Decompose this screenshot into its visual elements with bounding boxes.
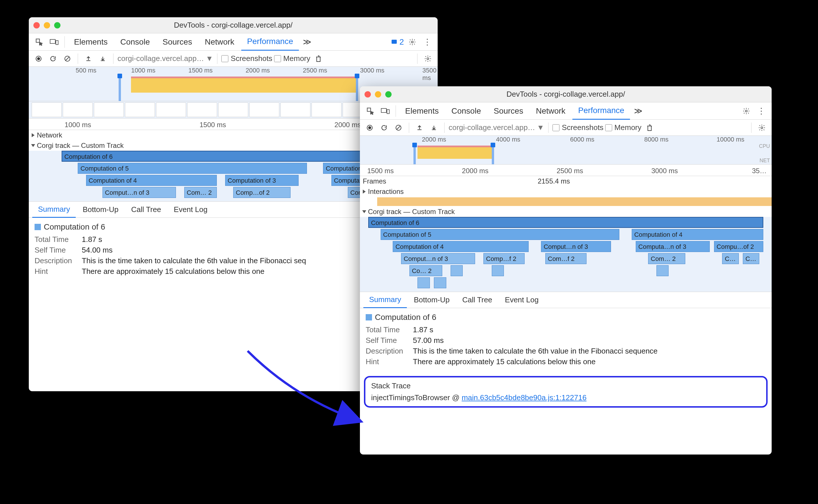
upload-icon[interactable] (413, 121, 426, 134)
range-handle-left[interactable] (119, 74, 121, 101)
summary-panel: Computation of 6 Total Time1.87 s Self T… (360, 308, 772, 373)
clear-icon[interactable] (392, 121, 405, 134)
flame-segment[interactable]: Comput…n of 3 (541, 241, 611, 252)
flame-segment[interactable]: Computation of 5 (78, 163, 307, 174)
reload-icon[interactable] (47, 52, 59, 65)
dtab-bottomup[interactable]: Bottom-Up (77, 202, 124, 218)
flame-segment[interactable] (434, 277, 446, 288)
overview-minimap[interactable]: 2000 ms 4000 ms 6000 ms 8000 ms 10000 ms… (360, 136, 772, 165)
flame-segment[interactable] (492, 265, 504, 276)
flame-segment[interactable]: Computation of 6 (368, 217, 764, 228)
settings-icon[interactable] (405, 35, 419, 49)
more-tabs-icon[interactable]: ≫ (631, 104, 645, 118)
download-icon[interactable] (428, 121, 440, 134)
flame-segment[interactable]: Comput…n of 3 (102, 187, 176, 198)
inspect-icon[interactable] (363, 104, 377, 118)
flame-segment[interactable]: Com…f 2 (545, 253, 586, 264)
flame-segment[interactable]: Computation of 5 (381, 229, 619, 240)
minimize-icon[interactable] (375, 91, 381, 98)
more-tabs-icon[interactable]: ≫ (300, 35, 314, 49)
record-icon[interactable] (32, 52, 45, 65)
flame-segment[interactable]: Comp…of 2 (233, 187, 291, 198)
kebab-icon[interactable]: ⋮ (754, 104, 768, 118)
close-icon[interactable] (33, 22, 40, 28)
flame-segment[interactable] (657, 265, 669, 276)
memory-checkbox[interactable]: Memory (605, 123, 642, 132)
track-custom[interactable]: Corgi track — Custom Track (360, 207, 772, 217)
kebab-icon[interactable]: ⋮ (420, 35, 434, 49)
dtab-eventlog[interactable]: Event Log (499, 292, 544, 308)
reload-icon[interactable] (378, 121, 390, 134)
maximize-icon[interactable] (385, 91, 392, 98)
screenshots-checkbox[interactable]: Screenshots (222, 54, 272, 63)
flame-segment[interactable]: Co… 2 (409, 265, 442, 276)
upload-icon[interactable] (82, 52, 95, 65)
tick: 4000 ms (496, 136, 520, 143)
dtab-bottomup[interactable]: Bottom-Up (408, 292, 455, 308)
settings-icon[interactable] (739, 104, 753, 118)
tab-performance[interactable]: Performance (572, 102, 630, 120)
screenshots-checkbox[interactable]: Screenshots (552, 123, 603, 132)
flame-segment[interactable]: Computa…n of 3 (636, 241, 710, 252)
flame-segment[interactable]: C… (743, 253, 759, 264)
flame-segment[interactable]: C… (722, 253, 739, 264)
flame-segment[interactable]: Com… 2 (648, 253, 685, 264)
flame-segment[interactable]: Computation of 4 (86, 175, 217, 186)
download-icon[interactable] (96, 52, 109, 65)
perf-settings-icon[interactable] (422, 52, 434, 65)
memory-checkbox[interactable]: Memory (274, 54, 310, 63)
ruler-tick: 1500 ms (199, 121, 226, 129)
interaction-bar[interactable] (377, 197, 772, 206)
flame-segment[interactable]: Comput…n of 3 (401, 253, 475, 264)
record-icon[interactable] (363, 121, 376, 134)
url-select[interactable]: corgi-collage.vercel.app…▼ (449, 123, 544, 132)
flame-chart[interactable]: Computation of 6Computation of 5Computat… (360, 217, 772, 292)
clear-icon[interactable] (61, 52, 74, 65)
tab-console[interactable]: Console (115, 33, 156, 51)
tab-performance[interactable]: Performance (241, 33, 299, 51)
flame-segment[interactable]: Com… 2 (184, 187, 217, 198)
gc-icon[interactable] (643, 121, 656, 134)
flame-segment[interactable] (451, 265, 463, 276)
dtab-calltree[interactable]: Call Tree (457, 292, 498, 308)
flame-segment[interactable]: Computation of 4 (393, 241, 529, 252)
track-interactions[interactable]: Interactions (360, 186, 772, 197)
flame-segment[interactable]: Computation of 3 (225, 175, 299, 186)
close-icon[interactable] (365, 91, 371, 98)
device-icon[interactable] (47, 35, 61, 49)
tab-sources[interactable]: Sources (488, 102, 529, 120)
flame-segment[interactable] (417, 277, 430, 288)
time-ruler[interactable]: 1500 ms 2000 ms 2500 ms 3000 ms 35… (360, 165, 772, 176)
color-swatch (366, 314, 372, 320)
frames-row[interactable]: Frames 2155.4 ms (360, 176, 772, 186)
range-handle-left[interactable] (413, 143, 416, 164)
gc-icon[interactable] (312, 52, 325, 65)
dtab-summary[interactable]: Summary (363, 292, 407, 308)
dtab-summary[interactable]: Summary (32, 202, 76, 218)
tab-sources[interactable]: Sources (157, 33, 198, 51)
tab-elements[interactable]: Elements (68, 33, 113, 51)
tab-elements[interactable]: Elements (399, 102, 445, 120)
flame-segment[interactable]: Compu…of 2 (714, 241, 764, 252)
minimize-icon[interactable] (44, 22, 50, 28)
maximize-icon[interactable] (54, 22, 60, 28)
flame-segment[interactable]: Comp…f 2 (483, 253, 525, 264)
flame-segment[interactable]: Computation of 4 (632, 229, 764, 240)
tab-network[interactable]: Network (199, 33, 240, 51)
ruler-tick: 35… (752, 167, 767, 175)
tab-network[interactable]: Network (530, 102, 571, 120)
range-handle-right[interactable] (356, 74, 358, 101)
perf-settings-icon[interactable] (756, 121, 768, 134)
tab-console[interactable]: Console (446, 102, 487, 120)
dtab-eventlog[interactable]: Event Log (168, 202, 214, 218)
device-icon[interactable] (378, 104, 392, 118)
tick: 2000 ms (246, 67, 270, 74)
dtab-calltree[interactable]: Call Tree (125, 202, 167, 218)
stack-trace-link[interactable]: main.63cb5c4bde8be90a.js:1:122716 (462, 393, 586, 402)
inspect-icon[interactable] (32, 35, 46, 49)
url-select[interactable]: corgi-collage.vercel.app…▼ (117, 54, 213, 63)
perf-toolbar: corgi-collage.vercel.app…▼ Screenshots M… (29, 51, 438, 67)
range-handle-right[interactable] (492, 143, 494, 164)
issues-icon[interactable]: 2 (390, 35, 404, 49)
svg-rect-3 (392, 40, 397, 44)
